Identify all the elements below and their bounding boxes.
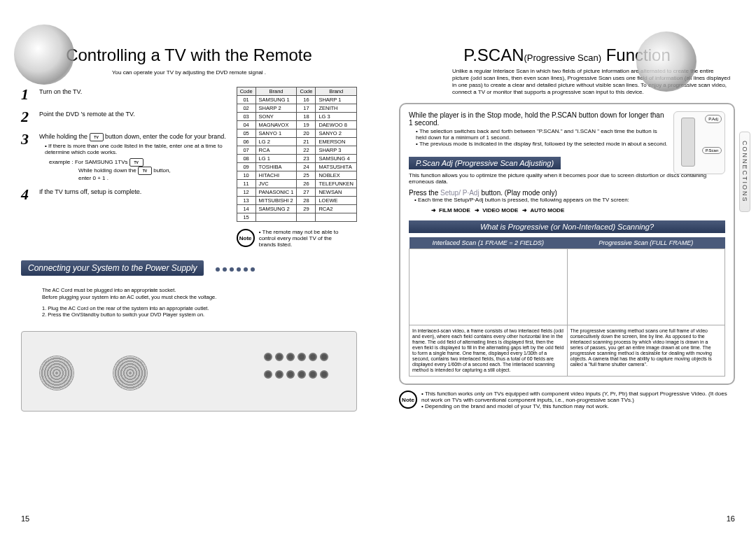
progressive-description: The progressive scanning method scans on… xyxy=(567,325,725,377)
pscan-frame: P.Adj P.Scan While the player is in the … xyxy=(399,103,735,385)
press-sub: Each time the Setup/P·Adj button is pres… xyxy=(414,197,725,203)
step-text: Point the DVD 's remote at the TV. xyxy=(39,108,228,126)
press-a: Press the xyxy=(409,189,438,197)
hold-bullet-2: The previous mode is indicated in the di… xyxy=(416,141,669,147)
power-line-a: The AC Cord must be plugged into an appr… xyxy=(42,287,336,294)
whatis-header: What is Progressive (or Non-Interlaced) … xyxy=(409,220,725,233)
right-page: CONNECTIONS P.SCAN(Progressive Scan) Fun… xyxy=(378,0,756,534)
disc-graphic-right xyxy=(636,31,696,92)
page-number-left: 15 xyxy=(21,514,29,523)
interlaced-description: In interlaced-scan video, a frame consis… xyxy=(410,325,568,377)
example-label: example : For SAMSUNG 1TVs xyxy=(49,159,127,165)
scan-comparison-table: Interlaced Scan (1 FRAME = 2 FIELDS) Pro… xyxy=(409,237,725,377)
tv-power-icon: TV xyxy=(90,133,104,141)
table-row: 11JVC26TELEFUNKEN xyxy=(237,180,356,188)
power-section-header: Connecting your System to the Power Supp… xyxy=(21,260,204,276)
note-icon: Note xyxy=(399,391,417,409)
table-row: 01SAMSUNG 116SHARP 1 xyxy=(237,96,356,104)
example-enter: enter 0 + 1 . xyxy=(78,175,228,181)
table-row: 07RCA22SHARP 3 xyxy=(237,146,356,155)
table-row: 06LG 221EMERSON xyxy=(237,138,356,146)
left-subtitle: You can operate your TV by adjusting the… xyxy=(21,69,357,76)
press-b: button. (Play mode only) xyxy=(481,189,556,197)
power-step-1: 1. Plug the AC Cord on the rear of the s… xyxy=(42,305,336,312)
table-row: 08LG 123SAMSUNG 4 xyxy=(237,155,356,163)
left-page: Controlling a TV with the Remote You can… xyxy=(0,0,378,534)
side-tab-connections: CONNECTIONS xyxy=(739,132,750,212)
table-row: 03SONY18LG 3 xyxy=(237,113,356,121)
pscan-adj-header: P.Scan Adj (Progressive Scan Adjusting) xyxy=(409,157,561,169)
table-row: 15 xyxy=(237,213,356,222)
power-instructions: The AC Cord must be plugged into an appr… xyxy=(21,281,357,324)
example-suffix: button, xyxy=(153,167,170,174)
tv-icon: TV xyxy=(130,158,144,167)
table-header: Brand xyxy=(316,87,357,96)
hold-bullet-1: The selection switches back and forth be… xyxy=(416,128,669,141)
brand-code-table: CodeBrandCodeBrand 01SAMSUNG 116SHARP 10… xyxy=(237,87,357,222)
remote-label-pscan: P.Scan xyxy=(702,147,722,154)
step-number: 1 xyxy=(21,85,34,104)
table-row: 12PANASONIC 127NEWSAN xyxy=(237,188,356,197)
table-header: Code xyxy=(237,87,255,96)
interlaced-header: Interlaced Scan (1 FRAME = 2 FIELDS) xyxy=(410,237,568,249)
table-row: 04MAGNAVOX19DAEWOO 8 xyxy=(237,121,356,129)
step-text: If the TV turns off, setup is complete. xyxy=(39,185,228,204)
step-text: Turn on the TV. xyxy=(39,85,228,104)
tv-power-icon: TV xyxy=(138,167,152,175)
step-1: 1 Turn on the TV. xyxy=(21,85,228,104)
mode-sequence: ➜FILM MODE ➜VIDEO MODE ➜AUTO MODE xyxy=(428,207,725,213)
table-header: Brand xyxy=(255,87,297,96)
table-row: 13MITSUBISHI 228LOEWE xyxy=(237,197,356,205)
device-rear-illustration xyxy=(21,331,357,412)
step-4: 4 If the TV turns off, setup is complete… xyxy=(21,185,228,204)
step-number: 2 xyxy=(21,108,34,126)
remote-diagram: P.Adj P.Scan xyxy=(673,111,725,174)
step-number: 4 xyxy=(21,185,34,204)
example-line: While holding down the xyxy=(78,167,136,174)
table-row: 14SAMSUNG 229RCA2 xyxy=(237,205,356,213)
step3-bullet: If there is more than one code listed in… xyxy=(45,143,228,155)
interlaced-illustration xyxy=(412,252,564,322)
footer-note-1: This function works only on TVs equipped… xyxy=(421,391,735,403)
step-number: 3 xyxy=(21,130,34,181)
progressive-header: Progressive Scan (FULL FRAME) xyxy=(567,237,725,249)
hold-instruction: While the player is in the Stop mode, ho… xyxy=(409,111,669,127)
table-row: 02SHARP 217ZENITH xyxy=(237,104,356,113)
step-2: 2 Point the DVD 's remote at the TV. xyxy=(21,108,228,126)
step-3: 3 While holding the TV button down, ente… xyxy=(21,130,228,181)
step3-text-b: button down, enter the code for your bra… xyxy=(105,133,226,140)
table-row: 05SANYO 120SANYO 2 xyxy=(237,129,356,138)
power-line-b: Before plugging your system into an AC o… xyxy=(42,294,336,301)
decorative-dots xyxy=(213,265,255,272)
note-icon: Note xyxy=(237,229,255,247)
table-row: 09TOSHIBA24MATSUSHITA xyxy=(237,163,356,171)
remote-label-padj: P.Adj xyxy=(705,115,722,123)
disc-graphic-left xyxy=(14,24,74,85)
step3-text-a: While holding the xyxy=(39,133,88,140)
footer-note-2: Depending on the brand and model of your… xyxy=(421,403,735,409)
table-header: Code xyxy=(297,87,316,96)
note-text: The remote may not be able to control ev… xyxy=(259,229,339,248)
progressive-illustration xyxy=(570,252,722,322)
press-button-label: Setup/ P·Adj xyxy=(440,189,479,197)
table-row: 10HITACHI25NOBLEX xyxy=(237,171,356,180)
power-step-2: 2. Press the On/Standby button to switch… xyxy=(42,311,336,318)
page-number-right: 16 xyxy=(727,514,735,523)
